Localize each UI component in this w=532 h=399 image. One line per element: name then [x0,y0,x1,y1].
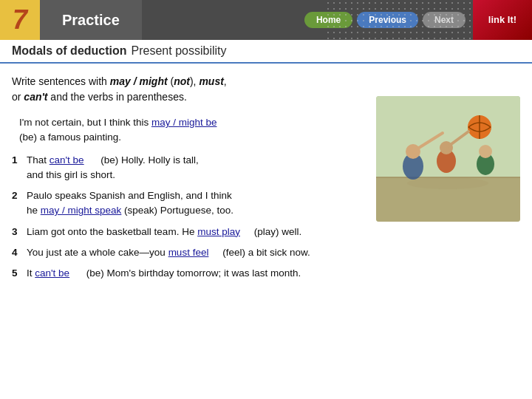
logo-text: link It! [488,14,516,26]
subtitle-label: Modals of deduction [12,44,127,58]
item-text-4: You just ate a whole cake—you must feel … [27,245,364,260]
subtitle-bar: Modals of deduction Present possibility [0,40,532,64]
logo: link It! [473,0,532,40]
exercise-item-3: 3 Liam got onto the basketball team. He … [12,225,364,239]
answer-5: can't be [35,267,69,279]
item-number-1: 1 [12,153,22,168]
background-dots [325,0,473,40]
instruction-box: Write sentences with may / might (not), … [12,74,364,105]
answer-2: may / might speak [41,205,122,216]
item-number-3: 3 [12,225,22,239]
instruction-text: Write sentences with may / might (not), … [12,74,364,105]
left-section: Write sentences with may / might (not), … [12,74,364,281]
header: 7 Practice Home Previous Next link It! [0,0,532,40]
example-block: I'm not certain, but I think this may / … [19,115,364,146]
item-text-3: Liam got onto the basketball team. He mu… [27,225,364,239]
example-answer: may / might be [151,117,217,128]
svg-point-13 [407,177,488,189]
answer-1: can't be [50,154,84,166]
main-content: Write sentences with may / might (not), … [0,64,532,288]
answer-3: must play [197,226,240,237]
answer-4: must feel [168,247,209,258]
subtitle-topic: Present possibility [132,44,227,58]
exercise-items: 1 That can't be (be) Holly. Holly is tal… [12,153,364,282]
item-number-2: 2 [12,188,22,203]
item-number-4: 4 [12,245,22,260]
image-svg [376,96,520,222]
exercise-item-5: 5 It can't be (be) Mom's birthday tomorr… [12,266,364,281]
exercise-item-1: 1 That can't be (be) Holly. Holly is tal… [12,153,364,183]
example-text-before: I'm not certain, but I think this [19,117,151,128]
item-number-5: 5 [12,266,22,281]
exercise-item-4: 4 You just ate a whole cake—you must fee… [12,245,364,260]
item-text-2: Paulo speaks Spanish and English, and I … [27,188,364,219]
example-text-after: (be) a famous painting. [19,132,121,143]
item-text-1: That can't be (be) Holly. Holly is tall,… [27,153,364,183]
svg-point-8 [479,145,492,158]
page-title: Practice [40,0,142,40]
item-text-5: It can't be (be) Mom's birthday tomorrow… [27,266,364,281]
exercise-item-2: 2 Paulo speaks Spanish and English, and … [12,188,364,219]
illustration-image [376,96,520,222]
chapter-number: 7 [0,0,40,40]
